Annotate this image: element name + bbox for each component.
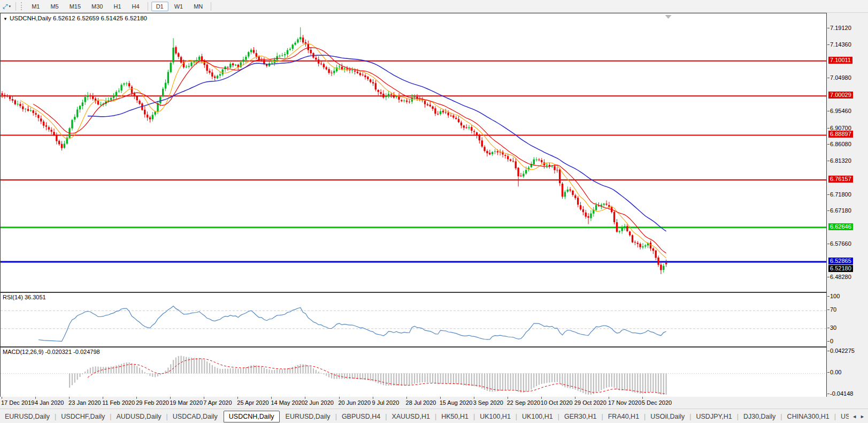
- chart-tab-usdcaddaily[interactable]: USDCAD,Daily: [168, 411, 222, 422]
- date-label: 23 Jan 2020: [68, 399, 101, 406]
- date-tick: [440, 397, 441, 399]
- date-label: 5 Dec 2020: [642, 399, 672, 406]
- macd-tick-label: 0.042275: [830, 348, 855, 354]
- tf-button-m15[interactable]: M15: [65, 2, 86, 11]
- toolbar-separator: [211, 2, 211, 11]
- price-tick-label: 7.04980: [830, 74, 851, 81]
- chart-tab-usoildaily[interactable]: USOil,Daily: [646, 411, 689, 422]
- rsi-chart: [1, 293, 826, 346]
- current-price-label: 6.52180: [828, 265, 853, 272]
- date-label: 29 Feb 2020: [136, 399, 169, 406]
- date-label: 29 Oct 2020: [574, 399, 606, 406]
- rsi-tick-label: 100: [830, 293, 840, 299]
- chart-tab-usdjpyh1[interactable]: USDJPY,H1: [692, 411, 737, 422]
- toolbar-grip-handle[interactable]: [21, 2, 24, 10]
- chart-tab-eurusddaily[interactable]: EURUSD,Daily: [0, 411, 55, 422]
- price-tick-label: 6.86080: [830, 141, 851, 147]
- date-tick: [474, 397, 474, 399]
- rsi-indicator-panel: RSI(14) 36.3051: [0, 292, 827, 347]
- price-tick-label: 6.48280: [830, 274, 851, 280]
- chart-tab-usoil[interactable]: USOil,: [836, 411, 849, 422]
- toolbar-separator: [16, 2, 16, 11]
- tf-button-m1[interactable]: M1: [27, 2, 44, 11]
- date-tick: [642, 397, 643, 399]
- date-tick: [541, 397, 542, 399]
- date-tick: [136, 397, 137, 399]
- mt4-window: ⤢ ▾ M1M5M15M30H1H4D1W1MN ▼USDCNH,Daily 6…: [0, 0, 868, 423]
- date-label: 9 Jul 2020: [372, 399, 400, 406]
- macd-tick-label: 0.00: [830, 369, 841, 375]
- chart-tabs: EURUSD,Daily|USDCHF,Daily|AUDUSD,Daily|U…: [0, 411, 849, 422]
- price-tick-label: 6.67180: [830, 207, 851, 214]
- tf-button-mn[interactable]: MN: [189, 2, 208, 11]
- price-tick-label: 6.71800: [830, 191, 851, 198]
- chart-tab-usdchfdaily[interactable]: USDCHF,Daily: [56, 411, 110, 422]
- date-label: 11 Feb 2020: [102, 399, 135, 406]
- chart-tab-fra40h1[interactable]: FRA40,H1: [603, 411, 644, 422]
- chart-tab-usdcnhdaily[interactable]: USDCNH,Daily: [224, 411, 280, 422]
- date-tick: [170, 397, 171, 399]
- tf-button-d1[interactable]: D1: [151, 2, 168, 11]
- chart-tab-hk50h1[interactable]: HK50,H1: [436, 411, 473, 422]
- chart-tabbar: EURUSD,Daily|USDCHF,Daily|AUDUSD,Daily|U…: [0, 409, 868, 423]
- date-tick: [271, 397, 272, 399]
- date-label: 25 Apr 2020: [237, 399, 268, 406]
- price-tick-label: 6.90700: [830, 125, 851, 131]
- rsi-tick-label: 30: [830, 324, 836, 331]
- price-tick-label: 6.81320: [830, 157, 851, 164]
- rsi-tick-label: 70: [830, 306, 836, 313]
- date-tick: [508, 397, 508, 399]
- tf-button-h4[interactable]: H4: [127, 2, 144, 11]
- date-tick: [339, 397, 340, 399]
- chart-tab-xauusdh1[interactable]: XAUUSD,H1: [387, 411, 435, 422]
- date-label: 2 Jun 2020: [304, 399, 333, 406]
- chart-ohlc-values: 6.52612 6.52659 6.51425 6.52180: [51, 15, 147, 21]
- main-chart-panel: ▼USDCNH,Daily 6.52612 6.52659 6.51425 6.…: [0, 13, 827, 292]
- date-tick: [406, 397, 407, 399]
- tool-dropdown-caret-icon[interactable]: ▾: [9, 4, 11, 9]
- price-axis[interactable]: 7.191207.143607.049806.954606.907006.860…: [827, 0, 868, 408]
- chart-tab-gbpusdh4[interactable]: GBPUSD,H4: [337, 411, 385, 422]
- chart-tab-china300h1[interactable]: CHINA300,H1: [782, 411, 834, 422]
- date-label: 17 Dec 2019: [1, 399, 34, 406]
- tabbar-arrows: ◄ ►: [852, 414, 865, 419]
- price-tick-label: 7.19120: [830, 25, 851, 31]
- date-label: 17 Nov 2020: [608, 399, 641, 406]
- date-axis: 17 Dec 20194 Jan 202023 Jan 202011 Feb 2…: [0, 397, 827, 407]
- chart-tab-eurusddaily[interactable]: EURUSD,Daily: [281, 411, 335, 422]
- date-label: 3 Sep 2020: [473, 399, 503, 406]
- chart-tab-ger30h1[interactable]: GER30,H1: [559, 411, 601, 422]
- symbol-caret-icon[interactable]: ▼: [3, 17, 7, 21]
- chart-tab-uk100h1[interactable]: UK100,H1: [475, 411, 516, 422]
- price-tick-label: 6.95460: [830, 108, 851, 114]
- chart-tab-audusddaily[interactable]: AUDUSD,Daily: [112, 411, 166, 422]
- date-tick: [373, 397, 373, 399]
- tabbar-scroll-right-icon[interactable]: ►: [860, 414, 865, 419]
- price-tick-label: 6.57660: [830, 240, 851, 247]
- candlestick-chart: [1, 13, 826, 292]
- timeframe-buttons: M1M5M15M30H1H4D1W1MN: [26, 2, 214, 11]
- tf-button-h1[interactable]: H1: [109, 2, 126, 11]
- price-level-label: 7.10011: [828, 57, 852, 64]
- date-tick: [575, 397, 575, 399]
- chart-tab-uk100h1[interactable]: UK100,H1: [517, 411, 558, 422]
- timeframe-toolbar: ⤢ ▾ M1M5M15M30H1H4D1W1MN: [0, 0, 868, 13]
- date-tick: [237, 397, 238, 399]
- date-label: 15 Aug 2020: [440, 399, 473, 406]
- date-label: 20 Jun 2020: [339, 399, 371, 406]
- date-tick: [305, 397, 305, 399]
- date-label: 22 Sep 2020: [507, 399, 540, 406]
- tf-button-m5[interactable]: M5: [45, 2, 63, 11]
- macd-tick-label: -0.04148: [830, 390, 853, 397]
- chart-cursor-icon[interactable]: ⤢: [3, 3, 8, 10]
- chart-tab-dj30daily[interactable]: DJ30,Daily: [739, 411, 780, 422]
- chart-title: ▼USDCNH,Daily 6.52612 6.52659 6.51425 6.…: [3, 15, 147, 21]
- date-label: 19 Mar 2020: [170, 399, 203, 406]
- rsi-label: RSI(14) 36.3051: [3, 294, 46, 300]
- tabbar-scroll-left-icon[interactable]: ◄: [852, 414, 857, 419]
- date-tick: [35, 397, 36, 399]
- tf-button-m30[interactable]: M30: [87, 2, 107, 11]
- tf-button-w1[interactable]: W1: [170, 2, 188, 11]
- macd-chart: [1, 348, 826, 397]
- date-tick: [103, 397, 103, 399]
